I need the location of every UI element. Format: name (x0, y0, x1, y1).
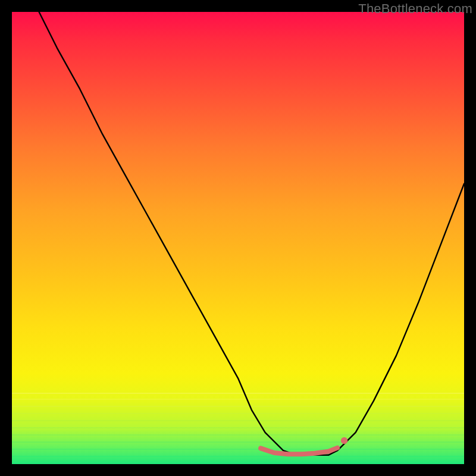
highlight-end-dot (341, 437, 347, 444)
chart-stage: TheBottleneck.com (0, 0, 476, 476)
plot-area (12, 12, 464, 464)
bottleneck-curve (39, 12, 464, 455)
highlight-flat-segment (261, 448, 337, 455)
curve-layer (12, 12, 464, 464)
attribution-label: TheBottleneck.com (358, 1, 472, 17)
